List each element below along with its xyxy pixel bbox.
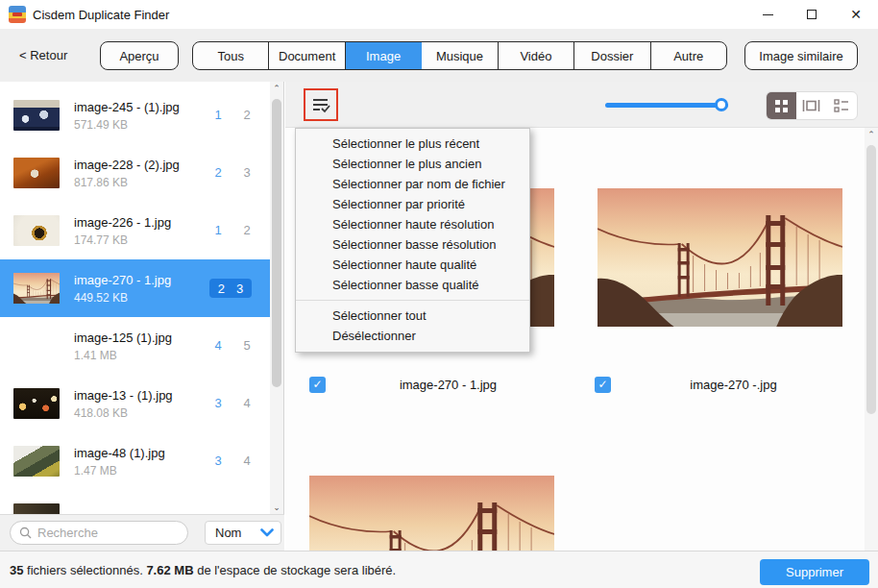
status-bar: 35 fichiers sélectionnés. 7.62 MB de l'e… <box>0 551 878 588</box>
delete-button[interactable]: Supprimer <box>760 559 869 585</box>
file-thumbnail <box>13 100 60 131</box>
status-text: 35 fichiers sélectionnés. 7.62 MB de l'e… <box>10 563 396 577</box>
selected-count: 2 <box>218 282 225 296</box>
menu-item-high-quality[interactable]: Sélectionner haute qualité <box>296 255 529 275</box>
menu-item-oldest[interactable]: Sélectionner le plus ancien <box>296 154 529 174</box>
minimize-icon <box>763 14 773 15</box>
list-item[interactable]: image-226 - 1.jpg 174.77 KB 1 2 <box>0 202 271 259</box>
image-checkbox[interactable]: ✓ <box>595 377 611 393</box>
menu-item-filename[interactable]: Sélectionner par nom de fichier <box>296 174 529 194</box>
duplicate-image-2[interactable] <box>598 188 842 327</box>
card-caption-row: ✓ image-270 - 1.jpg <box>309 375 571 394</box>
file-thumbnail <box>13 446 60 477</box>
sidebar-footer: Nom <box>0 514 284 551</box>
minimize-button[interactable] <box>745 0 790 29</box>
duplicate-image-3[interactable] <box>309 476 554 551</box>
scroll-down-icon[interactable]: ⌄ <box>270 501 283 514</box>
scroll-up-icon[interactable]: ⌃ <box>270 82 283 95</box>
chevron-down-icon <box>260 528 274 537</box>
window-title: Cisdem Duplicate Finder <box>33 8 169 22</box>
file-name: image-48 (1).jpg <box>74 446 208 460</box>
back-button[interactable]: < Retour <box>19 48 67 62</box>
menu-item-priority[interactable]: Sélectionner par priorité <box>296 194 529 214</box>
sidebar-scrollbar[interactable]: ⌃ ⌄ <box>270 82 283 514</box>
selected-count: 3 <box>207 453 229 468</box>
search-icon <box>19 527 32 539</box>
selected-count: 2 <box>207 165 229 180</box>
file-size: 174.77 KB <box>74 233 208 247</box>
close-icon: ✕ <box>850 8 862 21</box>
list-item[interactable]: image-13 - (1).jpg 418.08 KB 3 4 <box>0 375 271 432</box>
search-input[interactable] <box>37 526 177 540</box>
scrollbar-thumb[interactable] <box>272 99 281 387</box>
scroll-up-icon[interactable]: ⌃ <box>865 128 878 141</box>
file-name: image-270 - 1.jpg <box>74 273 208 287</box>
auto-select-button[interactable] <box>304 88 338 121</box>
file-thumbnail <box>13 388 60 419</box>
file-size: 449.52 KB <box>74 291 208 305</box>
file-thumbnail <box>13 503 60 514</box>
slider-track[interactable] <box>605 103 728 108</box>
close-button[interactable]: ✕ <box>834 0 878 29</box>
list-item[interactable]: image-125 (1).jpg 1.41 MB 4 5 <box>0 317 271 375</box>
menu-item-deselect[interactable]: Désélectionner <box>296 326 529 346</box>
list-item-selected[interactable]: image-270 - 1.jpg 449.52 KB 2 3 <box>0 259 271 317</box>
file-size: 571.49 KB <box>74 118 208 132</box>
file-thumbnail <box>13 331 60 361</box>
file-name: image-228 - (2).jpg <box>74 158 208 172</box>
total-count: 4 <box>236 396 257 410</box>
similar-image-button[interactable]: Image similaire <box>744 41 858 70</box>
tab-image[interactable]: Image <box>346 42 422 69</box>
tab-video[interactable]: Vidéo <box>499 42 574 69</box>
menu-item-high-res[interactable]: Sélectionner haute résolution <box>296 214 529 234</box>
scrollbar-thumb[interactable] <box>866 145 876 414</box>
file-size: 1.41 MB <box>74 349 208 362</box>
file-name: image-125 (1).jpg <box>74 331 208 345</box>
sort-dropdown[interactable]: Nom <box>205 521 281 545</box>
thumbnail-size-slider[interactable] <box>605 98 728 111</box>
selected-count: 1 <box>207 108 229 122</box>
file-size: 418.08 KB <box>74 406 208 420</box>
total-count: 5 <box>236 338 257 353</box>
carousel-view-button[interactable] <box>796 92 826 119</box>
menu-item-low-res[interactable]: Sélectionner basse résolution <box>296 234 529 255</box>
file-size: 817.86 KB <box>74 176 208 189</box>
file-name: image-226 - 1.jpg <box>74 215 208 230</box>
maximize-icon <box>807 10 817 19</box>
slider-knob[interactable] <box>715 98 728 111</box>
selected-count: 4 <box>207 338 229 353</box>
main-panel: ✓ image-270 - 1.jpg ✓ image-270 -.jpg <box>285 82 878 551</box>
grid-view-button[interactable] <box>767 92 796 119</box>
search-box <box>10 521 188 545</box>
files-label: fichiers sélectionnés. <box>27 563 143 577</box>
menu-item-low-quality[interactable]: Sélectionner basse qualité <box>296 275 529 295</box>
list-view-button[interactable] <box>827 92 857 119</box>
menu-separator <box>296 300 529 301</box>
menu-item-recent[interactable]: Sélectionner le plus récent <box>296 134 529 154</box>
auto-select-menu: Sélectionner le plus récent Sélectionner… <box>295 128 530 353</box>
title-bar: Cisdem Duplicate Finder ✕ <box>0 0 878 29</box>
main-toolbar: Sélectionner le plus récent Sélectionner… <box>285 82 878 128</box>
list-item[interactable]: image-3 (1).jpg <box>0 490 271 514</box>
group-list: image-245 - (1).jpg 571.49 KB 1 2 image-… <box>0 82 271 514</box>
tab-document[interactable]: Document <box>269 42 345 69</box>
file-size: 1.47 MB <box>74 464 208 478</box>
list-item[interactable]: image-245 - (1).jpg 571.49 KB 1 2 <box>0 86 271 144</box>
menu-item-select-all[interactable]: Sélectionner tout <box>296 306 529 326</box>
count-badge: 2 3 <box>209 279 252 298</box>
main-scrollbar[interactable]: ⌃ <box>865 128 878 551</box>
file-thumbnail <box>13 158 60 188</box>
total-count: 3 <box>236 282 243 296</box>
tab-dossier[interactable]: Dossier <box>574 42 650 69</box>
tab-tous[interactable]: Tous <box>193 42 269 69</box>
tab-musique[interactable]: Musique <box>422 42 498 69</box>
selected-count: 1 <box>207 223 229 237</box>
carousel-view-icon <box>802 99 820 112</box>
preview-button[interactable]: Aperçu <box>100 41 179 70</box>
list-item[interactable]: image-48 (1).jpg 1.47 MB 3 4 <box>0 432 271 490</box>
filter-segmented-control: Tous Document Image Musique Vidéo Dossie… <box>192 41 727 70</box>
list-item[interactable]: image-228 - (2).jpg 817.86 KB 2 3 <box>0 144 271 202</box>
tab-autre[interactable]: Autre <box>651 42 726 69</box>
image-checkbox[interactable]: ✓ <box>309 377 326 393</box>
maximize-button[interactable] <box>790 0 834 29</box>
